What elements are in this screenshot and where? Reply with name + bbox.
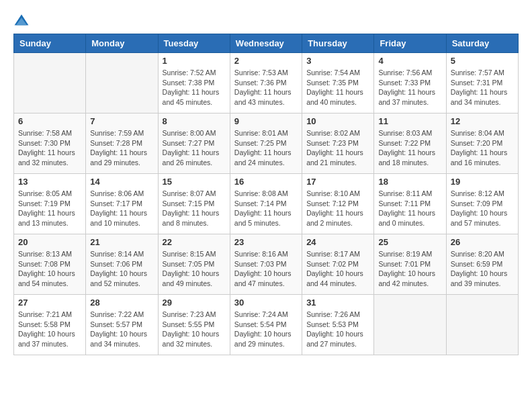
calendar-cell: 3Sunrise: 7:54 AM Sunset: 7:35 PM Daylig… <box>302 53 374 113</box>
day-info: Sunrise: 8:17 AM Sunset: 7:02 PM Dayligh… <box>306 249 369 289</box>
day-number: 16 <box>234 177 298 187</box>
week-row-3: 13Sunrise: 8:05 AM Sunset: 7:19 PM Dayli… <box>14 174 519 234</box>
calendar-cell: 8Sunrise: 8:00 AM Sunset: 7:27 PM Daylig… <box>158 113 230 174</box>
calendar-cell <box>446 295 518 355</box>
weekday-header-monday: Monday <box>86 34 158 53</box>
day-number: 19 <box>451 177 514 187</box>
day-info: Sunrise: 8:01 AM Sunset: 7:25 PM Dayligh… <box>234 128 298 168</box>
day-number: 27 <box>18 298 81 308</box>
day-info: Sunrise: 7:24 AM Sunset: 5:54 PM Dayligh… <box>234 310 298 349</box>
day-number: 5 <box>451 56 514 66</box>
calendar-cell: 12Sunrise: 8:04 AM Sunset: 7:20 PM Dayli… <box>446 113 518 174</box>
week-row-4: 20Sunrise: 8:13 AM Sunset: 7:08 PM Dayli… <box>14 234 519 295</box>
calendar-cell: 31Sunrise: 7:26 AM Sunset: 5:53 PM Dayli… <box>302 295 374 355</box>
calendar-cell: 1Sunrise: 7:52 AM Sunset: 7:38 PM Daylig… <box>158 53 230 113</box>
calendar-cell: 27Sunrise: 7:21 AM Sunset: 5:58 PM Dayli… <box>14 295 86 355</box>
weekday-header-tuesday: Tuesday <box>158 34 230 53</box>
day-info: Sunrise: 8:05 AM Sunset: 7:19 PM Dayligh… <box>18 189 81 228</box>
day-number: 26 <box>451 237 514 247</box>
week-row-1: 1Sunrise: 7:52 AM Sunset: 7:38 PM Daylig… <box>14 53 519 113</box>
calendar-cell: 16Sunrise: 8:08 AM Sunset: 7:14 PM Dayli… <box>230 174 302 234</box>
day-info: Sunrise: 8:15 AM Sunset: 7:05 PM Dayligh… <box>163 249 226 289</box>
day-info: Sunrise: 8:11 AM Sunset: 7:11 PM Dayligh… <box>378 189 441 228</box>
calendar-cell: 29Sunrise: 7:23 AM Sunset: 5:55 PM Dayli… <box>158 295 230 355</box>
day-info: Sunrise: 8:14 AM Sunset: 7:06 PM Dayligh… <box>90 249 153 289</box>
day-number: 6 <box>18 116 81 126</box>
day-info: Sunrise: 8:12 AM Sunset: 7:09 PM Dayligh… <box>451 189 514 228</box>
weekday-header-wednesday: Wednesday <box>230 34 302 53</box>
day-number: 9 <box>234 116 298 126</box>
calendar-cell: 28Sunrise: 7:22 AM Sunset: 5:57 PM Dayli… <box>86 295 158 355</box>
day-info: Sunrise: 8:00 AM Sunset: 7:27 PM Dayligh… <box>163 128 226 168</box>
calendar-cell: 20Sunrise: 8:13 AM Sunset: 7:08 PM Dayli… <box>14 234 86 295</box>
day-info: Sunrise: 8:08 AM Sunset: 7:14 PM Dayligh… <box>234 189 298 228</box>
calendar-cell: 2Sunrise: 7:53 AM Sunset: 7:36 PM Daylig… <box>230 53 302 113</box>
calendar-cell: 13Sunrise: 8:05 AM Sunset: 7:19 PM Dayli… <box>14 174 86 234</box>
day-info: Sunrise: 8:19 AM Sunset: 7:01 PM Dayligh… <box>378 249 441 289</box>
calendar-cell: 4Sunrise: 7:56 AM Sunset: 7:33 PM Daylig… <box>374 53 446 113</box>
calendar-cell: 23Sunrise: 8:16 AM Sunset: 7:03 PM Dayli… <box>230 234 302 295</box>
day-info: Sunrise: 8:16 AM Sunset: 7:03 PM Dayligh… <box>234 249 298 289</box>
day-info: Sunrise: 7:58 AM Sunset: 7:30 PM Dayligh… <box>18 128 81 168</box>
calendar-cell: 10Sunrise: 8:02 AM Sunset: 7:23 PM Dayli… <box>302 113 374 174</box>
week-row-5: 27Sunrise: 7:21 AM Sunset: 5:58 PM Dayli… <box>14 295 519 355</box>
day-info: Sunrise: 7:22 AM Sunset: 5:57 PM Dayligh… <box>90 310 153 349</box>
day-info: Sunrise: 8:07 AM Sunset: 7:15 PM Dayligh… <box>163 189 226 228</box>
calendar-cell: 19Sunrise: 8:12 AM Sunset: 7:09 PM Dayli… <box>446 174 518 234</box>
day-number: 15 <box>163 177 226 187</box>
day-number: 29 <box>163 298 226 308</box>
calendar-cell: 26Sunrise: 8:20 AM Sunset: 6:59 PM Dayli… <box>446 234 518 295</box>
calendar-cell: 7Sunrise: 7:59 AM Sunset: 7:28 PM Daylig… <box>86 113 158 174</box>
calendar-cell: 5Sunrise: 7:57 AM Sunset: 7:31 PM Daylig… <box>446 53 518 113</box>
calendar-cell: 9Sunrise: 8:01 AM Sunset: 7:25 PM Daylig… <box>230 113 302 174</box>
day-number: 4 <box>378 56 441 66</box>
day-number: 11 <box>378 116 441 126</box>
day-number: 23 <box>234 237 298 247</box>
day-number: 7 <box>90 116 153 126</box>
day-number: 1 <box>163 56 226 66</box>
calendar-cell <box>374 295 446 355</box>
calendar-cell <box>14 53 86 113</box>
day-info: Sunrise: 8:20 AM Sunset: 6:59 PM Dayligh… <box>451 249 514 289</box>
day-number: 25 <box>378 237 441 247</box>
calendar-cell: 6Sunrise: 7:58 AM Sunset: 7:30 PM Daylig… <box>14 113 86 174</box>
day-info: Sunrise: 8:02 AM Sunset: 7:23 PM Dayligh… <box>306 128 369 168</box>
day-info: Sunrise: 8:13 AM Sunset: 7:08 PM Dayligh… <box>18 249 81 289</box>
calendar-cell: 30Sunrise: 7:24 AM Sunset: 5:54 PM Dayli… <box>230 295 302 355</box>
day-number: 13 <box>18 177 81 187</box>
week-row-2: 6Sunrise: 7:58 AM Sunset: 7:30 PM Daylig… <box>14 113 519 174</box>
page-header <box>13 13 519 27</box>
day-number: 24 <box>306 237 369 247</box>
calendar-cell: 14Sunrise: 8:06 AM Sunset: 7:17 PM Dayli… <box>86 174 158 234</box>
logo-icon <box>13 13 30 27</box>
calendar-cell: 11Sunrise: 8:03 AM Sunset: 7:22 PM Dayli… <box>374 113 446 174</box>
day-number: 14 <box>90 177 153 187</box>
calendar-cell: 24Sunrise: 8:17 AM Sunset: 7:02 PM Dayli… <box>302 234 374 295</box>
calendar-cell: 18Sunrise: 8:11 AM Sunset: 7:11 PM Dayli… <box>374 174 446 234</box>
day-info: Sunrise: 7:54 AM Sunset: 7:35 PM Dayligh… <box>306 68 369 107</box>
day-number: 3 <box>306 56 369 66</box>
weekday-header-friday: Friday <box>374 34 446 53</box>
day-number: 28 <box>90 298 153 308</box>
day-info: Sunrise: 7:52 AM Sunset: 7:38 PM Dayligh… <box>163 68 226 107</box>
day-number: 30 <box>234 298 298 308</box>
weekday-header-saturday: Saturday <box>446 34 518 53</box>
day-info: Sunrise: 7:21 AM Sunset: 5:58 PM Dayligh… <box>18 310 81 349</box>
day-number: 10 <box>306 116 369 126</box>
day-number: 12 <box>451 116 514 126</box>
calendar-table: SundayMondayTuesdayWednesdayThursdayFrid… <box>13 34 519 355</box>
weekday-header-thursday: Thursday <box>302 34 374 53</box>
weekday-header-row: SundayMondayTuesdayWednesdayThursdayFrid… <box>14 34 519 53</box>
day-info: Sunrise: 7:56 AM Sunset: 7:33 PM Dayligh… <box>378 68 441 107</box>
day-info: Sunrise: 8:03 AM Sunset: 7:22 PM Dayligh… <box>378 128 441 168</box>
day-number: 22 <box>163 237 226 247</box>
logo <box>13 13 32 27</box>
day-info: Sunrise: 8:06 AM Sunset: 7:17 PM Dayligh… <box>90 189 153 228</box>
calendar-cell: 21Sunrise: 8:14 AM Sunset: 7:06 PM Dayli… <box>86 234 158 295</box>
day-info: Sunrise: 7:23 AM Sunset: 5:55 PM Dayligh… <box>163 310 226 349</box>
calendar-cell: 15Sunrise: 8:07 AM Sunset: 7:15 PM Dayli… <box>158 174 230 234</box>
day-number: 31 <box>306 298 369 308</box>
day-info: Sunrise: 7:26 AM Sunset: 5:53 PM Dayligh… <box>306 310 369 349</box>
day-info: Sunrise: 7:59 AM Sunset: 7:28 PM Dayligh… <box>90 128 153 168</box>
day-number: 2 <box>234 56 298 66</box>
